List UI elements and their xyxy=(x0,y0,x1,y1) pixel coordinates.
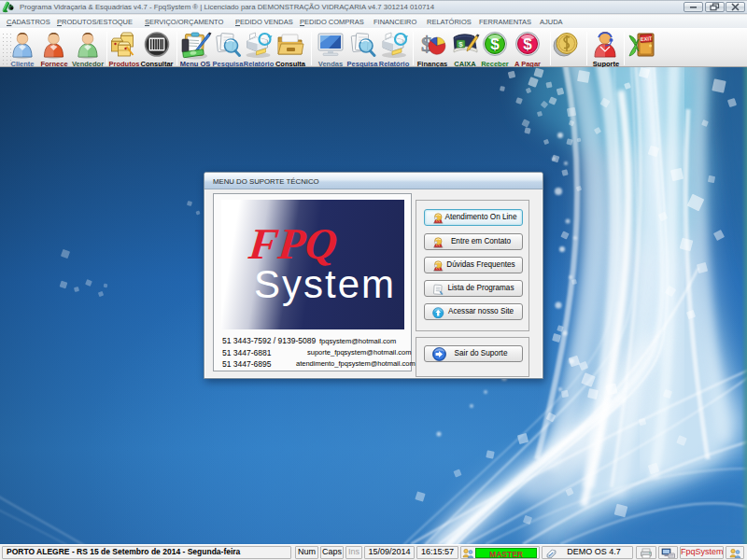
svg-text:$: $ xyxy=(523,35,532,53)
svg-text:EXIT: EXIT xyxy=(641,35,653,42)
svg-text:$: $ xyxy=(458,40,463,49)
svg-text:$: $ xyxy=(490,35,500,53)
